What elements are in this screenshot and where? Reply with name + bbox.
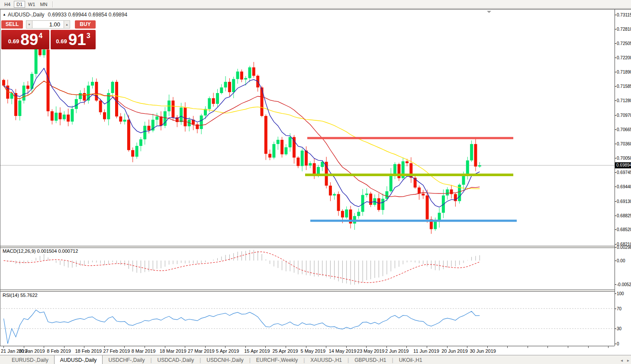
tab-usdcad-daily[interactable]: USDCAD-,Daily [152,355,200,364]
volume-decrease-button[interactable]: ▼ [26,20,32,29]
chart-window: 0.731150.728100.725050.722000.718900.715… [0,9,631,364]
date-tick-mark [124,346,125,348]
bid-price-prefix: 0.69 [8,38,19,45]
rsi-indicator-label: RSI(14) 55.7622 [3,293,38,298]
date-tick-mark [427,346,427,348]
symbol-period-label: AUDUSD-,Daily [8,12,45,18]
axis-tick-mark [615,86,616,87]
price-chart-canvas[interactable] [0,10,615,346]
price-axis-label: 0.70665 [617,127,631,132]
tab-usdcnh-daily[interactable]: USDCNH-,Daily [201,355,249,364]
axis-tick-mark [615,158,616,158]
tab-scroll-controls: ◂ ▸ [621,355,629,364]
tab-xauusd-h1[interactable]: XAUUSD-,H1 [305,355,348,364]
axis-tick-mark [615,309,616,309]
price-axis-label: 0.71890 [617,70,631,74]
axis-tick-mark [615,344,616,344]
timeframe-button-w1[interactable]: W1 [26,1,37,8]
collapse-triangle-icon[interactable]: ▲ [3,13,6,16]
volume-input[interactable] [32,20,64,29]
price-axis-label: 0.72810 [617,27,631,32]
date-axis-label: 11 Jun 2019 [413,348,439,354]
date-axis-label: 30 Jun 2019 [470,348,496,354]
date-axis-label: 18 Feb 2019 [75,348,102,354]
timeframe-buttons: H4D1W1MN [2,1,50,8]
axis-tick-mark [615,129,616,130]
axis-tick-mark [615,329,616,329]
date-tick-mark [568,346,568,348]
price-axis-label: 0.69745 [617,170,631,175]
ask-price-point: 3 [87,32,90,40]
tab-eurusd-daily[interactable]: EURUSD-,Daily [6,355,54,364]
date-axis-label: 15 Apr 2019 [244,348,270,354]
date-tick-mark [608,346,608,348]
bid-price-button[interactable]: 0.69 89 4 [1,30,49,49]
tab-audusd-daily[interactable]: AUDUSD-,Daily [54,355,103,364]
tab-gbpusd-h1[interactable]: GBPUSD-,H1 [349,355,392,364]
trading-terminal-window: H4D1W1MN 0.731150.728100.725050.722000.7… [0,0,631,364]
ask-price-pips: 91 [68,32,86,48]
axis-tick-mark [615,261,616,261]
tab-scroll-right-icon[interactable]: ▸ [627,358,629,363]
date-axis-label: 18 Mar 2019 [160,348,187,354]
price-axis-label: 0.69440 [617,184,631,189]
tab-ukoil-h1[interactable]: UKOil-,H1 [393,355,428,364]
date-tick-mark [406,346,407,348]
one-click-trading-panel: SELL ▼ ▲ BUY 0.69 89 4 0.69 91 3 [1,20,97,49]
axis-tick-mark [615,201,616,202]
price-axis-label: 0.68520 [617,227,631,232]
date-tick-mark [205,346,206,348]
date-tick-mark [145,346,145,348]
price-axis-label: 0.71585 [617,84,631,89]
price-axis-label: 0.73115 [617,13,631,17]
chart-title: ▲AUDUSD-,Daily0.69933 0.69944 0.69854 0.… [3,12,127,18]
macd-axis-label: -0.00525 [617,282,631,287]
axis-tick-mark [615,29,616,29]
date-tick-mark [528,346,528,348]
tab-scroll-left-icon[interactable]: ◂ [621,358,623,363]
macd-indicator-label: MACD(12,26,9) 0.001504 0.000712 [3,248,78,254]
date-axis-label: 30 Jan 2019 [19,348,45,354]
price-axis-label: 0.68825 [617,213,631,218]
rsi-axis-label: 0 [617,341,619,346]
date-axis-label: 8 Mar 2019 [132,348,156,354]
axis-tick-mark [615,43,616,44]
price-axis-label: 0.69130 [617,199,631,204]
tab-eurchf-weekly[interactable]: EURCHF-,Weekly [251,355,303,364]
axis-tick-mark [615,15,616,15]
date-axis-label: 2 Jun 2019 [385,348,409,354]
price-axis-label: 0.71280 [617,98,631,103]
sell-button[interactable]: SELL [1,20,23,29]
volume-increase-button[interactable]: ▲ [64,20,70,29]
timeframe-button-mn[interactable]: MN [38,1,49,8]
date-tick-mark [467,346,467,348]
bid-price-pips: 89 [20,32,38,48]
rsi-axis-label: 30 [617,326,621,331]
date-tick-mark [3,346,4,348]
axis-tick-mark [615,293,616,294]
timeframe-button-h4[interactable]: H4 [2,1,13,8]
rsi-axis-label: 70 [617,306,621,311]
date-axis: 21 Jan 201930 Jan 20198 Feb 201918 Feb 2… [0,346,615,355]
timeframe-button-d1[interactable]: D1 [14,1,25,8]
price-axis: 0.731150.728100.725050.722000.718900.715… [615,10,631,346]
date-axis-label: 8 Feb 2019 [47,348,71,354]
ohlc-quote-text: 0.69933 0.69944 0.69854 0.69894 [48,12,128,18]
date-tick-mark [225,346,225,348]
date-tick-mark [165,346,165,348]
axis-tick-mark [615,216,616,216]
date-tick-mark [64,346,64,348]
date-tick-mark [547,346,548,348]
axis-tick-mark [615,187,616,187]
axis-tick-mark [615,72,616,72]
ask-price-button[interactable]: 0.69 91 3 [51,30,96,49]
axis-tick-mark [615,58,616,58]
date-tick-mark [326,346,326,348]
price-axis-label: 0.72505 [617,41,631,46]
chart-tabs: EURUSD-,DailyAUDUSD-,DailyUSDCHF-,Daily|… [6,355,428,364]
date-tick-mark [104,346,105,348]
date-tick-mark [588,346,589,348]
tab-usdchf-daily[interactable]: USDCHF-,Daily [103,355,150,364]
axis-tick-mark [615,229,616,230]
buy-button[interactable]: BUY [75,20,96,29]
